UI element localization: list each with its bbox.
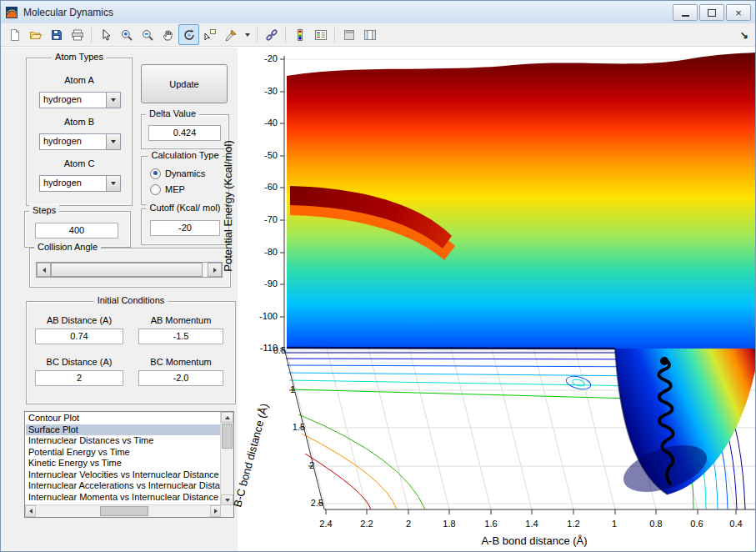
pan-button[interactable] bbox=[158, 24, 178, 45]
y-axis-label: Potential Energy (Kcal/mol) bbox=[222, 140, 234, 272]
atom-b-dropdown-button[interactable] bbox=[106, 134, 120, 149]
list-item[interactable]: Internuclear Distances vs Time bbox=[26, 435, 220, 447]
bc-tick-label: 2.5 bbox=[302, 498, 323, 508]
y-tick-label: -20 bbox=[246, 53, 278, 63]
brush-menu-button[interactable] bbox=[241, 24, 253, 45]
pan-hand-icon bbox=[162, 28, 175, 42]
ab-tick-label: 1 bbox=[601, 519, 628, 529]
brush-button[interactable] bbox=[220, 24, 241, 45]
minimize-button[interactable] bbox=[673, 4, 698, 21]
atom-types-title: Atom Types bbox=[52, 52, 107, 62]
ab-tick-label: 0.4 bbox=[723, 519, 749, 529]
listbox-vscrollbar[interactable] bbox=[220, 412, 233, 505]
atom-c-dropdown-button[interactable] bbox=[106, 176, 120, 191]
scroll-right-button[interactable] bbox=[210, 505, 221, 517]
scroll-up-button[interactable] bbox=[221, 412, 233, 423]
atom-b-select[interactable]: hydrogen bbox=[39, 133, 121, 150]
delta-value-title: Delta Value bbox=[146, 108, 199, 118]
atom-b-label: Atom B bbox=[27, 117, 132, 127]
list-item[interactable]: Internuclear Accelerations vs Internucle… bbox=[26, 480, 220, 492]
chevron-down-icon bbox=[111, 98, 116, 102]
print-button[interactable] bbox=[67, 24, 88, 45]
list-item[interactable]: Potential Energy vs Time bbox=[26, 447, 220, 459]
collision-angle-slider[interactable] bbox=[36, 262, 223, 278]
scroll-left-button[interactable] bbox=[25, 505, 36, 517]
scrollbar-corner bbox=[221, 505, 233, 517]
list-item[interactable]: Kinetic Energy vs Time bbox=[26, 458, 220, 469]
radio-mep[interactable]: MEP bbox=[150, 183, 185, 195]
restore-button[interactable] bbox=[699, 4, 724, 21]
close-icon: × bbox=[735, 8, 742, 18]
bc-tick-label: 1.5 bbox=[283, 422, 305, 432]
dock-figure-button[interactable]: ↘ bbox=[740, 29, 748, 41]
surface-plot-axes[interactable] bbox=[238, 48, 755, 552]
y-tick-label: -90 bbox=[246, 279, 278, 289]
ab-momentum-field[interactable]: -1.5 bbox=[138, 329, 223, 344]
close-button[interactable]: × bbox=[726, 4, 751, 21]
cursor-arrow-icon bbox=[99, 28, 113, 42]
atom-a-select[interactable]: hydrogen bbox=[39, 92, 121, 108]
plot-type-listbox[interactable]: Contour Plot Surface Plot Internuclear D… bbox=[24, 411, 234, 518]
bc-distance-label: BC Distance (A) bbox=[35, 357, 123, 367]
list-item[interactable]: Contour Plot bbox=[26, 413, 220, 424]
vscroll-thumb[interactable] bbox=[222, 424, 233, 449]
zoom-in-button[interactable] bbox=[116, 24, 137, 45]
y-tick-label: -70 bbox=[246, 214, 278, 224]
atom-a-value: hydrogen bbox=[43, 94, 82, 104]
bc-momentum-field[interactable]: -2.0 bbox=[138, 370, 223, 386]
toolbar: ↘ bbox=[1, 23, 755, 47]
chevron-down-icon bbox=[245, 33, 250, 37]
bc-distance-field[interactable]: 2 bbox=[35, 370, 123, 386]
insert-legend-button[interactable] bbox=[310, 24, 331, 45]
save-icon bbox=[50, 28, 63, 42]
zoom-out-button[interactable] bbox=[137, 24, 158, 45]
collision-angle-title: Collision Angle bbox=[34, 242, 101, 252]
new-figure-button[interactable] bbox=[4, 24, 25, 45]
radio-dynamics-icon bbox=[150, 168, 161, 179]
cutoff-field[interactable]: -20 bbox=[150, 220, 220, 236]
titlebar[interactable]: Molecular Dynamics × bbox=[1, 1, 755, 24]
ab-distance-field[interactable]: 0.74 bbox=[35, 329, 123, 344]
update-button[interactable]: Update bbox=[141, 64, 228, 103]
calculation-type-title: Calculation Type bbox=[148, 150, 222, 160]
window-title: Molecular Dynamics bbox=[23, 7, 113, 18]
list-item-selected[interactable]: Surface Plot bbox=[26, 424, 220, 436]
cutoff-title: Cutoff (Kcal/ mol) bbox=[147, 203, 224, 213]
steps-field[interactable]: 400 bbox=[35, 223, 118, 238]
listbox-hscrollbar[interactable] bbox=[25, 504, 221, 517]
ab-tick-label: 2 bbox=[395, 519, 422, 529]
show-plot-tools-button[interactable] bbox=[359, 24, 380, 45]
slider-right-arrow-button[interactable] bbox=[208, 263, 222, 277]
insert-colorbar-button[interactable] bbox=[289, 24, 310, 45]
data-cursor-button[interactable] bbox=[199, 24, 220, 45]
atom-a-dropdown-button[interactable] bbox=[106, 93, 120, 108]
bc-momentum-label: BC Momentum bbox=[138, 357, 223, 367]
atom-c-label: Atom C bbox=[27, 158, 132, 168]
edit-plot-button[interactable] bbox=[95, 24, 116, 45]
save-button[interactable] bbox=[46, 24, 67, 45]
initial-conditions-title: Initial Conditions bbox=[94, 295, 168, 305]
colorbar-icon bbox=[293, 28, 307, 42]
link-plot-button[interactable] bbox=[261, 24, 282, 45]
rotate-3d-button[interactable] bbox=[178, 24, 199, 45]
list-item[interactable]: Internuclear Momenta vs Internuclear Dis… bbox=[26, 492, 220, 504]
data-cursor-icon bbox=[203, 28, 217, 42]
y-tick-label: -40 bbox=[246, 118, 278, 128]
steps-title: Steps bbox=[29, 205, 59, 215]
toolbar-separator bbox=[285, 28, 286, 43]
hscroll-thumb[interactable] bbox=[100, 506, 148, 516]
link-plot-icon bbox=[265, 28, 278, 42]
minimize-icon bbox=[682, 15, 689, 17]
atom-c-select[interactable]: hydrogen bbox=[39, 175, 121, 192]
slider-thumb[interactable] bbox=[51, 263, 203, 277]
slider-left-arrow-button[interactable] bbox=[37, 263, 51, 277]
ab-tick-label: 0.8 bbox=[643, 519, 669, 529]
new-document-icon bbox=[8, 28, 22, 42]
delta-value-field[interactable]: 0.424 bbox=[148, 125, 221, 141]
arrow-right-icon bbox=[214, 509, 218, 514]
radio-dynamics[interactable]: Dynamics bbox=[150, 168, 205, 179]
hide-plot-tools-button[interactable] bbox=[338, 24, 359, 45]
open-file-button[interactable] bbox=[25, 24, 46, 45]
list-item[interactable]: Internuclear Velocities vs Internuclear … bbox=[26, 469, 220, 481]
y-tick-label: -30 bbox=[246, 86, 278, 96]
